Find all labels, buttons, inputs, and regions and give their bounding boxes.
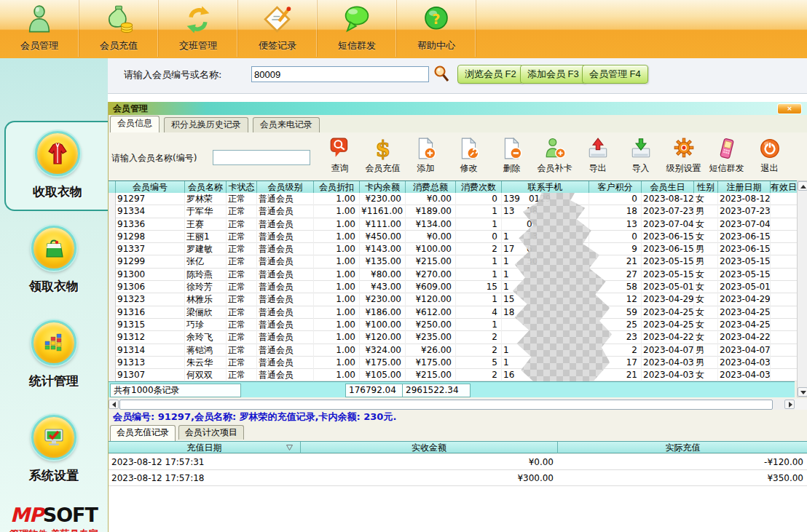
column-header-recharge-date[interactable]: 充值日期	[109, 442, 301, 453]
cell-phone: 16	[502, 369, 589, 381]
cell-gender: 男	[694, 205, 718, 218]
cell-reg_date: 2023-04-25	[718, 306, 771, 319]
member-row[interactable]: 91336王赛正常普通会员1.00¥111.00¥134.00105132023…	[109, 218, 797, 231]
column-header-times[interactable]: 消费次数	[456, 181, 502, 193]
recharge-row[interactable]: 2023-08-12 17:57:31¥0.00-¥120.00	[109, 454, 807, 470]
member-recharge-icon	[103, 1, 135, 38]
horizontal-scroll-thumb[interactable]	[119, 400, 773, 410]
cell-discount: 1.00	[314, 231, 360, 243]
reissue-card-button[interactable]: 会员补卡	[533, 134, 576, 179]
cell-valid_date	[771, 269, 797, 281]
close-icon[interactable]: ×	[777, 103, 802, 114]
export-button[interactable]: 导出	[576, 134, 619, 179]
member-row[interactable]: 91297罗林荣正常普通会员1.00¥230.00¥0.000139012902…	[109, 193, 797, 205]
search-magnifier-icon[interactable]	[432, 64, 451, 83]
search-input[interactable]	[251, 66, 429, 82]
cell-sel	[109, 306, 116, 319]
column-header-gender[interactable]: 性别	[694, 181, 718, 193]
toolbar-item-member-recharge[interactable]: 会员充值	[79, 0, 159, 57]
sms-group-button[interactable]: 短信群发	[705, 134, 748, 179]
cell-times: 1	[456, 218, 502, 231]
cell-times: 0	[456, 231, 502, 243]
cell-sel	[109, 331, 116, 344]
cell-phone: 1390129	[502, 193, 589, 205]
column-header-id[interactable]: 会员编号	[116, 181, 185, 193]
member-row[interactable]: 91300陈玲燕正常普通会员1.00¥80.00¥270.0011272023-…	[109, 269, 797, 281]
column-header-phone[interactable]: 联系手机	[502, 181, 589, 193]
cell-status: 正常	[227, 281, 257, 293]
column-header-birthday[interactable]: 会员生日	[642, 181, 694, 193]
column-header-received-amount[interactable]: 实收金额	[301, 442, 558, 453]
column-header-points[interactable]: 客户积分	[589, 181, 642, 193]
column-header-valid_date[interactable]: 有效日期	[771, 181, 800, 193]
exit-button[interactable]: 退出	[748, 134, 791, 179]
edit-button[interactable]: 修改	[447, 134, 490, 179]
member-manage-button[interactable]: 会员管理 F4	[582, 65, 648, 84]
member-row[interactable]: 91334于军华正常普通会员1.00¥1161.00¥189.001133818…	[109, 205, 797, 218]
vertical-scrollbar[interactable]	[797, 180, 807, 397]
sidebar-item-system-settings[interactable]: 系统设置	[0, 406, 108, 493]
add-member-button[interactable]: 添加会员 F3	[520, 65, 586, 84]
column-header-reg_date[interactable]: 注册日期	[718, 181, 771, 193]
scroll-up-button[interactable]	[798, 181, 807, 191]
member-row[interactable]: 91313朱云华正常普通会员1.00¥175.00¥175.0051172023…	[109, 357, 797, 369]
member-row[interactable]: 91314蒋铠鸿正常普通会员1.00¥324.00¥26.002122023-0…	[109, 344, 797, 357]
toolbar-item-sms[interactable]: 短信群发	[318, 0, 397, 57]
cell-valid_date	[771, 293, 797, 306]
scroll-right-button[interactable]	[784, 400, 795, 409]
member-row[interactable]: 91306徐玲芳正常普通会员1.00¥43.00¥609.00151582023…	[109, 281, 797, 293]
cell-birthday: 2023-07-23	[642, 205, 694, 218]
cell-status: 正常	[227, 344, 257, 357]
query-button[interactable]: 查询	[318, 134, 361, 179]
member-row[interactable]: 91337罗建敏正常普通会员1.00¥143.00¥100.0021769202…	[109, 243, 797, 255]
toolbar-item-shift-manage[interactable]: 交班管理	[159, 0, 238, 57]
browse-member-button[interactable]: 浏览会员 F2	[457, 65, 524, 84]
horizontal-scrollbar[interactable]	[109, 399, 795, 410]
toolbar-item-member-manage[interactable]: 会员管理	[0, 0, 79, 57]
import-button[interactable]: 导入	[619, 134, 662, 179]
cell-phone: 176	[502, 243, 589, 255]
recharge-button[interactable]: $ 会员充值	[361, 134, 404, 179]
member-row[interactable]: 91299张亿正常普通会员1.00¥135.00¥215.00113021202…	[109, 255, 797, 268]
tab-count-items[interactable]: 会员计次项目	[178, 425, 244, 440]
svg-text:?: ?	[433, 12, 441, 27]
add-button[interactable]: 添加	[404, 134, 447, 179]
column-header-level[interactable]: 会员级别	[257, 181, 314, 193]
member-row[interactable]: 91315巧珍正常普通会员1.00¥100.00¥250.001252023-0…	[109, 319, 797, 331]
cell-gender: 男	[694, 344, 718, 357]
tab-member-info[interactable]: 会员信息	[110, 116, 160, 132]
recharge-row[interactable]: 2023-08-12 17:57:18¥300.00¥350.00	[109, 470, 807, 486]
toolbar-item-memo[interactable]: 便签记录	[238, 0, 318, 57]
cell-level: 普通会员	[257, 218, 314, 231]
search-label: 请输入会员编号或名称:	[124, 68, 221, 82]
sidebar-item-receive-clothes[interactable]: 收取衣物	[4, 121, 109, 211]
delete-button[interactable]: 删除	[490, 134, 533, 179]
sidebar-item-pickup-clothes[interactable]: 领取衣物	[0, 217, 108, 304]
toolbar-item-help[interactable]: ? 帮助中心	[397, 0, 476, 57]
sidebar-item-label: 收取衣物	[33, 183, 82, 200]
member-row[interactable]: 91316梁俪欣正常普通会员1.00¥186.00¥612.0041859202…	[109, 306, 797, 319]
window-toolbar: 请输入会员名称(编号) 查询 $ 会员充值 添加	[109, 132, 807, 180]
sidebar-item-statistics[interactable]: 统计管理	[0, 311, 108, 399]
column-header-status[interactable]: 卡状态	[227, 181, 257, 193]
member-row[interactable]: 91312余玲飞正常普通会员1.00¥120.00¥235.002232023-…	[109, 331, 797, 344]
tab-recharge-records[interactable]: 会员充值记录	[110, 425, 176, 441]
cell-sel	[109, 344, 116, 357]
scroll-left-button[interactable]	[109, 400, 119, 409]
column-header-balance[interactable]: 卡内余额	[360, 181, 406, 193]
scroll-down-button[interactable]	[798, 387, 807, 397]
member-row[interactable]: 91323林雅乐正常普通会员1.00¥230.00¥120.0011512202…	[109, 293, 797, 306]
level-settings-button[interactable]: 级别设置	[662, 134, 705, 179]
column-header-name[interactable]: 会员名称	[185, 181, 227, 193]
column-header-total[interactable]: 消费总额	[406, 181, 456, 193]
cell-birthday: 2023-04-25	[642, 306, 694, 319]
row-selector-header[interactable]	[109, 181, 116, 193]
member-name-filter-input[interactable]	[213, 150, 310, 165]
tab-points-history[interactable]: 积分兑换历史记录	[164, 117, 248, 132]
tab-call-records[interactable]: 会员来电记录	[253, 117, 320, 132]
column-header-discount[interactable]: 会员折扣	[314, 181, 360, 193]
toolbar-item-label: 帮助中心	[417, 39, 455, 52]
member-row[interactable]: 91298王丽1正常普通会员1.00¥450.00¥0.00011302023-…	[109, 231, 797, 243]
column-header-actual-recharge[interactable]: 实际充值	[558, 442, 807, 453]
member-row[interactable]: 91307何双双正常普通会员1.00¥105.00¥215.0021621202…	[109, 369, 797, 381]
